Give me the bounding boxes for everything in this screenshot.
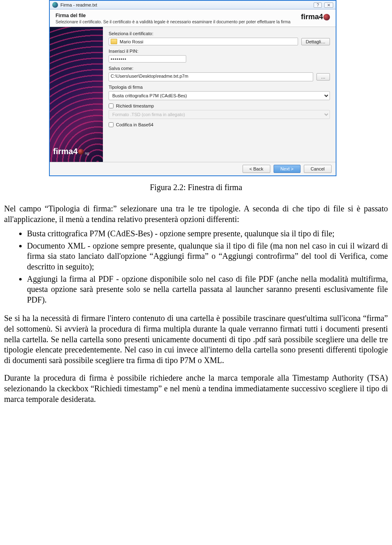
label-pin: Inserisci il PIN: (109, 49, 330, 54)
wizard-header: Firma del file Selezionare il certificat… (50, 9, 336, 27)
codifica-base64-checkbox[interactable]: Codifica in Base64 (109, 122, 330, 127)
formato-tsd-select: Formato .TSD (con firma in allegato) (109, 110, 330, 119)
paragraph-timestamp: Durante la procedura di firma è possibil… (4, 373, 388, 404)
save-path-input[interactable]: C:\Users\user\Desktop\readme.txt.p7m (109, 72, 313, 81)
richiedi-timestamp-checkbox[interactable]: Richiedi timestamp (109, 103, 330, 108)
tipologia-select[interactable]: Busta crittografica P7M (CAdES-Bes) (109, 91, 330, 100)
header-subtitle: Selezionare il certificato. Se il certif… (56, 19, 297, 24)
pin-input[interactable]: •••••••• (109, 55, 186, 63)
bullet-p7m: Busta crittografica P7M (CAdES-Bes) - op… (27, 229, 388, 239)
certificate-dropdown[interactable]: Mario Rossi (109, 38, 298, 45)
next-button[interactable]: Next > (274, 165, 301, 173)
header-title: Firma del file (56, 13, 297, 18)
back-button[interactable]: < Back (243, 165, 270, 173)
bullet-pdf: Aggiungi la firma al PDF - opzione dispo… (27, 274, 388, 305)
side-logo: firma4 ng (53, 147, 89, 156)
folder-icon (111, 39, 117, 44)
wizard-side-graphic: firma4 ng (50, 27, 103, 162)
paragraph-intro: Nel campo “Tipologia di firma:” selezion… (4, 204, 388, 224)
bullet-xml: Documento XML - opzione sempre presente,… (27, 241, 388, 272)
figure-caption: Figura 2.2: Finestra di firma (4, 183, 388, 192)
label-certificato: Seleziona il certificato: (109, 31, 330, 36)
help-button[interactable]: ? (314, 2, 322, 8)
window-title: Firma - readme.txt (60, 2, 97, 7)
firma4-logo: firma4 (301, 13, 330, 21)
cancel-button[interactable]: Cancel (304, 165, 332, 173)
bullet-list: Busta crittografica P7M (CAdES-Bes) - op… (4, 229, 388, 305)
label-salva-come: Salva come: (109, 66, 330, 71)
label-tipologia: Tipologia di firma (109, 85, 330, 90)
dettagli-button[interactable]: Dettagli… (301, 38, 330, 45)
paragraph-folder: Se si ha la necessità di firmare l'inter… (4, 313, 388, 366)
certificate-value: Mario Rossi (120, 39, 143, 44)
wizard-footer: < Back Next > Cancel (50, 162, 336, 175)
app-icon (52, 2, 58, 8)
side-logo-ball-icon (78, 149, 84, 155)
logo-ball-icon (323, 14, 330, 20)
codifica-base64-input[interactable] (109, 122, 114, 127)
richiedi-timestamp-input[interactable] (109, 103, 114, 108)
wizard-form: Seleziona il certificato: Mario Rossi De… (103, 27, 336, 162)
close-button[interactable]: ✕ (324, 2, 333, 8)
browse-button[interactable]: … (316, 73, 330, 81)
firma-window: Firma - readme.txt ? ✕ Firma del file Se… (49, 0, 336, 176)
window-titlebar: Firma - readme.txt ? ✕ (50, 1, 336, 9)
